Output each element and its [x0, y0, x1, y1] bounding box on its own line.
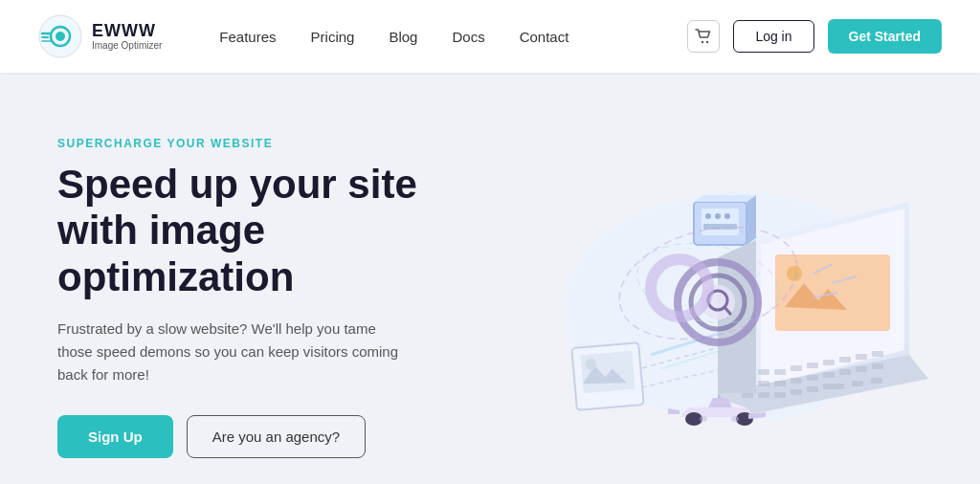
get-started-button[interactable]: Get Started [828, 19, 942, 54]
hero-buttons: Sign Up Are you an agency? [57, 415, 459, 458]
svg-rect-17 [823, 360, 835, 365]
cart-icon [695, 29, 712, 44]
nav-actions: Log in Get Started [687, 19, 942, 54]
svg-rect-34 [807, 386, 818, 392]
nav-pricing[interactable]: Pricing [311, 29, 355, 45]
svg-point-58 [731, 416, 739, 422]
hero-badge: SUPERCHARGE YOUR WEBSITE [57, 137, 459, 150]
svg-rect-36 [852, 381, 863, 386]
agency-button[interactable]: Are you an agency? [187, 415, 366, 458]
svg-rect-23 [774, 381, 786, 386]
svg-point-49 [715, 213, 721, 219]
svg-rect-27 [839, 369, 851, 375]
login-button[interactable]: Log in [733, 20, 813, 53]
svg-rect-16 [807, 363, 818, 368]
ewww-logo-icon [38, 14, 82, 58]
hero-svg [459, 116, 957, 479]
svg-rect-10 [775, 254, 890, 331]
svg-rect-37 [871, 378, 882, 384]
svg-rect-24 [791, 378, 802, 384]
svg-rect-31 [758, 392, 769, 398]
logo-name: EWWW [92, 22, 162, 41]
signup-button[interactable]: Sign Up [57, 415, 173, 458]
svg-rect-22 [758, 381, 769, 386]
svg-rect-28 [856, 366, 867, 372]
svg-rect-18 [839, 357, 851, 363]
svg-point-57 [700, 416, 707, 422]
svg-rect-32 [774, 392, 786, 398]
svg-point-7 [706, 41, 708, 43]
svg-rect-15 [791, 365, 802, 371]
svg-point-48 [705, 213, 711, 219]
svg-rect-39 [580, 351, 635, 394]
svg-point-6 [702, 41, 703, 43]
nav-links: Features Pricing Blog Docs Contact [219, 29, 687, 45]
logo-subtitle: Image Optimizer [92, 40, 162, 51]
hero-content: SUPERCHARGE YOUR WEBSITE Speed up your s… [57, 137, 459, 458]
nav-blog[interactable]: Blog [389, 29, 417, 45]
nav-contact[interactable]: Contact [520, 29, 569, 45]
svg-rect-13 [758, 369, 769, 375]
nav-docs[interactable]: Docs [452, 29, 484, 45]
logo-text: EWWW Image Optimizer [92, 22, 162, 52]
svg-rect-25 [807, 375, 818, 381]
svg-rect-19 [856, 354, 867, 360]
hero-section: SUPERCHARGE YOUR WEBSITE Speed up your s… [0, 73, 980, 484]
svg-rect-20 [872, 351, 883, 357]
svg-rect-35 [823, 384, 844, 389]
svg-rect-47 [702, 209, 739, 235]
svg-point-11 [787, 266, 802, 281]
hero-description: Frustrated by a slow website? We'll help… [57, 318, 402, 386]
svg-rect-26 [823, 372, 835, 378]
svg-point-2 [56, 32, 65, 41]
nav-features[interactable]: Features [219, 29, 276, 45]
svg-rect-33 [791, 389, 802, 395]
svg-rect-14 [774, 369, 786, 375]
svg-point-50 [724, 213, 730, 219]
navbar: EWWW Image Optimizer Features Pricing Bl… [0, 0, 980, 73]
cart-button[interactable] [687, 20, 720, 53]
logo: EWWW Image Optimizer [38, 14, 162, 58]
hero-title: Speed up your site with image optimizati… [57, 162, 459, 300]
svg-rect-29 [872, 363, 883, 369]
hero-illustration [459, 111, 957, 484]
svg-rect-51 [703, 224, 737, 230]
